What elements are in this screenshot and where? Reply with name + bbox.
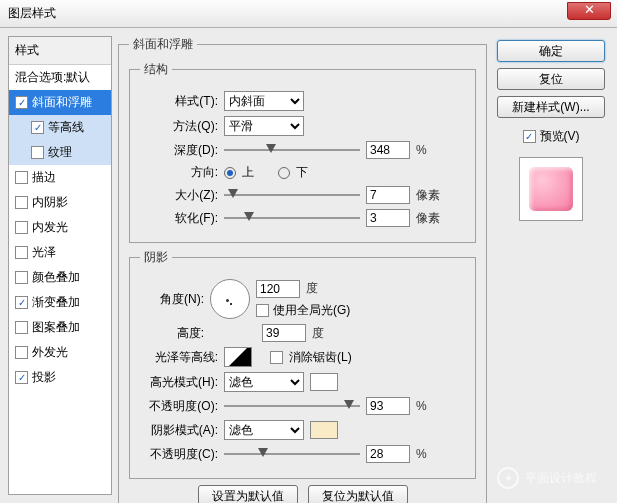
style-checkbox[interactable]: ✓ xyxy=(15,296,28,309)
shadow-opacity-label: 不透明度(C): xyxy=(140,446,218,463)
soften-slider[interactable] xyxy=(224,209,360,227)
style-label: 图案叠加 xyxy=(32,319,80,336)
style-checkbox[interactable]: ✓ xyxy=(15,96,28,109)
style-label: 投影 xyxy=(32,369,56,386)
angle-input[interactable] xyxy=(256,280,300,298)
direction-down-radio[interactable] xyxy=(278,167,290,179)
size-label: 大小(Z): xyxy=(140,187,218,204)
shadow-color[interactable] xyxy=(310,421,338,439)
gloss-label: 光泽等高线: xyxy=(140,349,218,366)
style-checkbox[interactable] xyxy=(15,171,28,184)
soften-label: 软化(F): xyxy=(140,210,218,227)
style-item-内阴影[interactable]: 内阴影 xyxy=(9,190,111,215)
cancel-button[interactable]: 复位 xyxy=(497,68,605,90)
style-label: 内发光 xyxy=(32,219,68,236)
style-item-斜面和浮雕[interactable]: ✓斜面和浮雕 xyxy=(9,90,111,115)
size-slider[interactable] xyxy=(224,186,360,204)
main-panel: 斜面和浮雕 结构 样式(T): 内斜面 方法(Q): 平滑 深度(D): % xyxy=(118,36,487,495)
preview-swatch xyxy=(529,167,573,211)
depth-slider[interactable] xyxy=(224,141,360,159)
highlight-opacity-unit: % xyxy=(416,399,427,413)
style-item-内发光[interactable]: 内发光 xyxy=(9,215,111,240)
make-default-button[interactable]: 设置为默认值 xyxy=(198,485,298,503)
highlight-opacity-input[interactable] xyxy=(366,397,410,415)
altitude-input[interactable] xyxy=(262,324,306,342)
style-checkbox[interactable] xyxy=(15,221,28,234)
depth-unit: % xyxy=(416,143,427,157)
style-select[interactable]: 内斜面 xyxy=(224,91,304,111)
new-style-button[interactable]: 新建样式(W)... xyxy=(497,96,605,118)
blending-options[interactable]: 混合选项:默认 xyxy=(9,65,111,90)
style-item-图案叠加[interactable]: 图案叠加 xyxy=(9,315,111,340)
depth-input[interactable] xyxy=(366,141,410,159)
direction-label: 方向: xyxy=(140,164,218,181)
preview-thumbnail xyxy=(519,157,583,221)
titlebar: 图层样式 ✕ xyxy=(0,0,617,28)
style-checkbox[interactable] xyxy=(15,321,28,334)
style-label: 光泽 xyxy=(32,244,56,261)
angle-control[interactable] xyxy=(210,279,250,319)
size-input[interactable] xyxy=(366,186,410,204)
style-label: 内阴影 xyxy=(32,194,68,211)
soften-unit: 像素 xyxy=(416,210,440,227)
soften-input[interactable] xyxy=(366,209,410,227)
styles-header: 样式 xyxy=(9,37,111,65)
style-label: 颜色叠加 xyxy=(32,269,80,286)
style-checkbox[interactable] xyxy=(31,146,44,159)
style-checkbox[interactable] xyxy=(15,196,28,209)
bevel-legend: 斜面和浮雕 xyxy=(129,36,197,53)
altitude-label: 高度: xyxy=(140,325,204,342)
window-title: 图层样式 xyxy=(8,5,56,22)
style-item-等高线[interactable]: ✓等高线 xyxy=(9,115,111,140)
shadow-mode-select[interactable]: 滤色 xyxy=(224,420,304,440)
style-label: 等高线 xyxy=(48,119,84,136)
style-checkbox[interactable] xyxy=(15,346,28,359)
highlight-mode-label: 高光模式(H): xyxy=(140,374,218,391)
style-checkbox[interactable]: ✓ xyxy=(15,371,28,384)
depth-label: 深度(D): xyxy=(140,142,218,159)
global-light-checkbox[interactable] xyxy=(256,304,269,317)
right-panel: 确定 复位 新建样式(W)... ✓ 预览(V) xyxy=(493,36,609,495)
style-item-颜色叠加[interactable]: 颜色叠加 xyxy=(9,265,111,290)
style-item-外发光[interactable]: 外发光 xyxy=(9,340,111,365)
style-label: 渐变叠加 xyxy=(32,294,80,311)
style-label: 纹理 xyxy=(48,144,72,161)
shading-group: 阴影 角度(N): 度 使用全局光(G) xyxy=(129,249,476,479)
style-item-光泽[interactable]: 光泽 xyxy=(9,240,111,265)
shadow-opacity-slider[interactable] xyxy=(224,445,360,463)
gloss-contour-picker[interactable] xyxy=(224,347,252,367)
style-checkbox[interactable] xyxy=(15,246,28,259)
style-item-描边[interactable]: 描边 xyxy=(9,165,111,190)
preview-label: 预览(V) xyxy=(540,128,580,145)
ok-button[interactable]: 确定 xyxy=(497,40,605,62)
structure-group: 结构 样式(T): 内斜面 方法(Q): 平滑 深度(D): % 方向: xyxy=(129,61,476,243)
global-light-label: 使用全局光(G) xyxy=(273,302,350,319)
style-item-投影[interactable]: ✓投影 xyxy=(9,365,111,390)
highlight-opacity-label: 不透明度(O): xyxy=(140,398,218,415)
close-button[interactable]: ✕ xyxy=(567,2,611,20)
style-label: 斜面和浮雕 xyxy=(32,94,92,111)
shadow-opacity-input[interactable] xyxy=(366,445,410,463)
highlight-color[interactable] xyxy=(310,373,338,391)
reset-default-button[interactable]: 复位为默认值 xyxy=(308,485,408,503)
altitude-unit: 度 xyxy=(312,325,324,342)
bevel-group: 斜面和浮雕 结构 样式(T): 内斜面 方法(Q): 平滑 深度(D): % xyxy=(118,36,487,503)
style-item-渐变叠加[interactable]: ✓渐变叠加 xyxy=(9,290,111,315)
up-label: 上 xyxy=(242,164,254,181)
highlight-opacity-slider[interactable] xyxy=(224,397,360,415)
technique-select[interactable]: 平滑 xyxy=(224,116,304,136)
shadow-mode-label: 阴影模式(A): xyxy=(140,422,218,439)
style-checkbox[interactable]: ✓ xyxy=(31,121,44,134)
style-item-纹理[interactable]: 纹理 xyxy=(9,140,111,165)
direction-up-radio[interactable] xyxy=(224,167,236,179)
preview-checkbox[interactable]: ✓ xyxy=(523,130,536,143)
shading-legend: 阴影 xyxy=(140,249,172,266)
style-checkbox[interactable] xyxy=(15,271,28,284)
highlight-mode-select[interactable]: 滤色 xyxy=(224,372,304,392)
down-label: 下 xyxy=(296,164,308,181)
angle-label: 角度(N): xyxy=(140,291,204,308)
anti-alias-checkbox[interactable] xyxy=(270,351,283,364)
size-unit: 像素 xyxy=(416,187,440,204)
shadow-opacity-unit: % xyxy=(416,447,427,461)
structure-legend: 结构 xyxy=(140,61,172,78)
